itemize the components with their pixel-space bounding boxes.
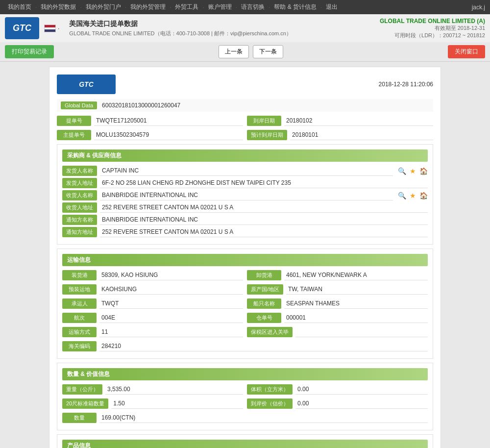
consignee-name-row: 收货人名称 BAINBRIDGE INTERNATIONAL INC 🔍 ★ 🏠 xyxy=(62,190,428,200)
logo-area: GTC · xyxy=(5,17,59,39)
transport-mode-label: 运输方式 xyxy=(62,327,97,337)
bonded-label: 保税区进入关毕 xyxy=(247,327,293,337)
nav-home[interactable]: 我的首页 xyxy=(5,2,34,12)
weight-label: 重量（公斤） xyxy=(62,384,102,395)
search-icon[interactable]: 🔍 xyxy=(398,167,406,175)
est-arrival-label: 预计到岸日期 xyxy=(247,130,287,140)
voyage-value: 004E xyxy=(99,313,243,323)
qty-row2: 20尺标准箱数量 1.50 到岸价（估价） 0.00 xyxy=(62,398,428,411)
warehouse-label: 仓单号 xyxy=(247,313,281,323)
bill-row: 提单号 TWQTE171205001 到岸日期 20180102 xyxy=(57,116,433,128)
doc-datetime: 2018-12-28 11:20:06 xyxy=(379,81,433,88)
star-icon[interactable]: ★ xyxy=(410,167,416,175)
prev-button[interactable]: 上一条 xyxy=(219,45,249,58)
qty-price-label: 到岸价（估价） xyxy=(247,398,293,409)
close-button[interactable]: 关闭窗口 xyxy=(448,45,485,58)
home-icon[interactable]: 🏠 xyxy=(419,167,428,175)
doc-logo: GTC xyxy=(57,75,116,94)
loading-port-value: 58309, KAO HSIUNG xyxy=(99,271,243,280)
top-toolbar: 打印贸易记录 上一条 下一条 关闭窗口 xyxy=(0,42,490,62)
consignee-addr-label: 收货人地址 xyxy=(62,202,97,213)
est-arrival-col: 预计到岸日期 20180101 xyxy=(247,130,433,142)
transport-header: 运输信息 xyxy=(62,254,428,266)
nav-account[interactable]: 账户管理 xyxy=(205,2,235,12)
nav-bar: 我的首页 · 我的外贸数据 · 我的外贸门户 · 我的外贸管理 · 外贸工具 ·… xyxy=(0,0,490,14)
transport-row5: 运输方式 11 保税区进入关毕 xyxy=(62,327,428,339)
shipper-name-label: 发货人名称 xyxy=(62,166,97,176)
arrival-date-label: 到岸日期 xyxy=(247,116,281,126)
customs-code-row: 海关编码 284210 xyxy=(62,341,428,351)
shipper-icons: 🔍 ★ 🏠 xyxy=(396,167,428,175)
pre-loading-row: 预装运地 KAOHSIUNG xyxy=(62,284,243,295)
weight-row: 重量（公斤） 3,535.00 xyxy=(62,384,243,395)
nav-logout[interactable]: 退出 xyxy=(323,2,341,12)
est-arrival-form-row: 预计到岸日期 20180101 xyxy=(247,130,433,140)
notify-name-row: 通知方名称 BAINBRIDGE INTERNATIONAL INC xyxy=(62,215,428,225)
warehouse-value: 000001 xyxy=(284,313,428,323)
nav-trade-data[interactable]: 我的外贸数据 xyxy=(38,2,79,12)
print-button[interactable]: 打印贸易记录 xyxy=(5,45,54,58)
quantity-price-header: 数量 & 价值信息 xyxy=(62,368,428,380)
pre-loading-value: KAOHSIUNG xyxy=(99,285,243,295)
weight-col: 重量（公斤） 3,535.00 xyxy=(62,384,243,397)
vessel-row: 船只名称 SEASPAN THAMES xyxy=(247,299,428,309)
transport-mode-row: 运输方式 11 xyxy=(62,327,243,337)
master-bill-form-row: 主提单号 MOLU13502304579 xyxy=(57,130,243,140)
next-button[interactable]: 下一条 xyxy=(253,45,283,58)
volume-value: 0.00 xyxy=(295,385,428,395)
buyer-supplier-section: 采购商 & 供应商信息 发货人名称 CAPTAIN INC 🔍 ★ 🏠 发货人地… xyxy=(57,144,433,245)
shipper-addr-value: 6F-2 NO 258 LIAN CHENG RD ZHONGHE DIST N… xyxy=(100,178,428,188)
notify-name-value: BAINBRIDGE INTERNATIONAL INC xyxy=(100,215,428,225)
account-name: GLOBAL TRADE ONLINE LIMITED (A) xyxy=(380,18,485,25)
arrival-date-value: 20180102 xyxy=(284,116,433,126)
consignee-search-icon[interactable]: 🔍 xyxy=(398,192,406,199)
nav-buttons: 上一条 下一条 xyxy=(218,45,284,58)
qty-quantity-value: 169.00(CTN) xyxy=(99,413,428,423)
us-flag xyxy=(44,25,56,32)
nav-tools[interactable]: 外贸工具 xyxy=(172,2,201,12)
carrier-label: 承运人 xyxy=(62,299,97,309)
consignee-addr-value: 252 REVERE STREET CANTON MA 02021 U S A xyxy=(100,203,428,213)
transport-row1: 装货港 58309, KAO HSIUNG 卸货港 4601, NEW YORK… xyxy=(62,270,428,282)
voyage-row: 航次 004E xyxy=(62,313,243,323)
carrier-row: 承运人 TWQT xyxy=(62,299,243,309)
twenty-ft-value: 1.50 xyxy=(111,399,243,409)
page-title: 美国海关进口提单数据 xyxy=(69,20,380,28)
logo: GTC xyxy=(5,17,39,39)
account-credit: 可用时段（LDR）：200712 ~ 201812 xyxy=(380,32,485,39)
consignee-name-value: BAINBRIDGE INTERNATIONAL INC xyxy=(100,191,393,200)
arrival-date-col: 到岸日期 20180102 xyxy=(247,116,433,128)
nav-user: jack.j xyxy=(472,4,485,11)
dest-port-row: 卸货港 4601, NEW YORK/NEWARK A xyxy=(247,270,428,280)
buyer-supplier-header: 采购商 & 供应商信息 xyxy=(62,149,428,162)
qty-price-col: 到岸价（估价） 0.00 xyxy=(247,398,428,411)
twenty-ft-label: 20尺标准箱数量 xyxy=(62,398,108,409)
vessel-label: 船只名称 xyxy=(247,299,281,309)
nav-management[interactable]: 我的外贸管理 xyxy=(127,2,169,12)
consignee-star-icon[interactable]: ★ xyxy=(410,192,416,199)
header: GTC · 美国海关进口提单数据 GLOBAL TRADE ONLINE LIM… xyxy=(0,14,490,42)
origin-col: 原产国/地区 TW, TAIWAN xyxy=(247,284,428,297)
transport-mode-col: 运输方式 11 xyxy=(62,327,243,339)
bonded-col: 保税区进入关毕 xyxy=(247,327,428,339)
doc-card: GTC 2018-12-28 11:20:06 Global Data 6003… xyxy=(49,67,441,448)
notify-name-label: 通知方名称 xyxy=(62,215,97,225)
bonded-row: 保税区进入关毕 xyxy=(247,327,428,337)
notify-addr-label: 通知方地址 xyxy=(62,227,97,237)
origin-label: 原产国/地区 xyxy=(247,284,283,295)
nav-language[interactable]: 语言切换 xyxy=(238,2,268,12)
carrier-col: 承运人 TWQT xyxy=(62,299,243,311)
warehouse-row: 仓单号 000001 xyxy=(247,313,428,323)
nav-portal[interactable]: 我的外贸门户 xyxy=(83,2,124,12)
loading-port-label: 装货港 xyxy=(62,270,97,280)
consignee-name-label: 收货人名称 xyxy=(62,190,97,200)
bill-no-col: 提单号 TWQTE171205001 xyxy=(57,116,243,128)
master-bill-value: MOLU13502304579 xyxy=(94,130,243,140)
header-subtitle: GLOBAL TRADE ONLINE LIMITED（电话：400-710-3… xyxy=(69,30,380,37)
nav-help[interactable]: 帮助 & 货计信息 xyxy=(271,2,319,12)
consignee-home-icon[interactable]: 🏠 xyxy=(419,192,428,199)
consignee-addr-row: 收货人地址 252 REVERE STREET CANTON MA 02021 … xyxy=(62,202,428,213)
account-info: GLOBAL TRADE ONLINE LIMITED (A) 有效期至 201… xyxy=(380,18,485,39)
master-bill-row: 主提单号 MOLU13502304579 预计到岸日期 20180101 xyxy=(57,130,433,142)
master-bill-label: 主提单号 xyxy=(57,130,91,140)
